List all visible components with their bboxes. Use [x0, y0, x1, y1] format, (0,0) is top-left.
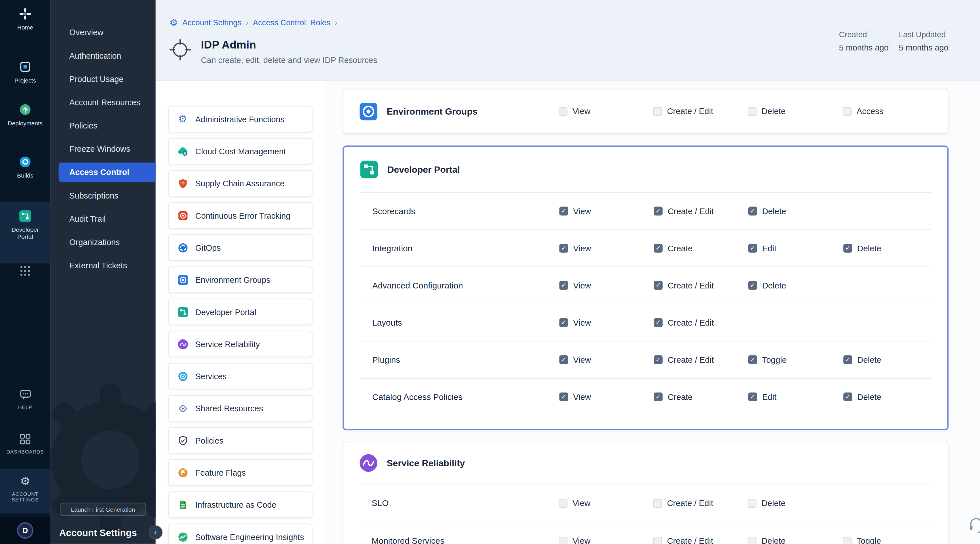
checkbox[interactable] [748, 281, 757, 290]
permission-view[interactable]: View [559, 392, 654, 402]
checkbox[interactable] [559, 318, 568, 327]
resource-item-administrative-functions[interactable]: ⚙ Administrative Functions [168, 106, 312, 132]
sidebar-item-freeze-windows[interactable]: Freeze Windows [51, 137, 156, 161]
checkbox[interactable] [843, 244, 852, 253]
checkbox[interactable] [653, 536, 662, 544]
resource-item-gitops[interactable]: GitOps [168, 234, 312, 261]
sidebar-item-audit-trail[interactable]: Audit Trail [51, 207, 156, 231]
checkbox[interactable] [559, 207, 568, 216]
resource-item-infrastructure-as-code[interactable]: Infrastructure as Code [168, 492, 312, 518]
user-avatar[interactable]: D [17, 522, 33, 539]
checkbox[interactable] [558, 536, 567, 544]
permission-edit[interactable]: Edit [748, 392, 843, 402]
checkbox[interactable] [843, 393, 852, 401]
breadcrumb-access-control-roles-link[interactable]: Access Control: Roles [253, 18, 330, 27]
permission-create-edit[interactable]: Create / Edit [654, 281, 748, 290]
resource-item-services[interactable]: Services [168, 363, 312, 389]
permission-delete[interactable]: Delete [748, 107, 843, 116]
resource-item-supply-chain-assurance[interactable]: Supply Chain Assurance [168, 170, 312, 197]
sidebar-item-access-control[interactable]: Access Control [59, 162, 156, 182]
checkbox[interactable] [559, 244, 568, 253]
resource-item-feature-flags[interactable]: Feature Flags [168, 459, 312, 485]
checkbox[interactable] [654, 393, 663, 401]
sidebar-item-authentication[interactable]: Authentication [51, 44, 156, 67]
resource-item-environment-groups[interactable]: Environment Groups [168, 267, 312, 293]
permission-delete[interactable]: Delete [843, 355, 947, 364]
permission-view[interactable]: View [559, 281, 654, 290]
permission-view[interactable]: View [559, 243, 654, 253]
support-headset-icon[interactable] [968, 517, 980, 536]
sidebar-item-organizations[interactable]: Organizations [51, 231, 156, 254]
permission-delete[interactable]: Delete [748, 536, 843, 544]
checkbox[interactable] [654, 207, 663, 216]
permission-create-edit[interactable]: Create / Edit [654, 206, 748, 216]
rail-item-account-settings[interactable]: ⚙ ACCOUNT SETTINGS [0, 469, 51, 514]
permission-create-edit[interactable]: Create / Edit [653, 107, 748, 116]
permission-create-edit[interactable]: Create / Edit [653, 536, 748, 544]
rail-item-modules[interactable] [0, 265, 51, 277]
checkbox[interactable] [748, 244, 757, 253]
sidebar-item-overview[interactable]: Overview [51, 21, 156, 44]
permission-view[interactable]: View [558, 107, 653, 116]
sidebar-item-policies[interactable]: Policies [51, 114, 156, 137]
permission-toggle[interactable]: Toggle [748, 355, 843, 364]
rail-item-deployments[interactable]: Deployments [0, 103, 51, 127]
checkbox[interactable] [748, 355, 757, 364]
checkbox[interactable] [559, 355, 568, 364]
resource-item-service-reliability[interactable]: Service Reliability [168, 331, 312, 357]
checkbox[interactable] [843, 355, 852, 364]
sidebar-item-subscriptions[interactable]: Subscriptions [51, 184, 156, 207]
permission-access[interactable]: Access [843, 107, 948, 116]
resource-item-policies[interactable]: Policies [168, 427, 312, 453]
permission-create[interactable]: Create [654, 243, 748, 253]
breadcrumb-account-settings-link[interactable]: Account Settings [182, 18, 241, 27]
checkbox[interactable] [559, 281, 568, 290]
permission-create-edit[interactable]: Create / Edit [654, 355, 748, 364]
rail-item-dashboards[interactable]: DASHBOARDS [0, 433, 51, 455]
permission-view[interactable]: View [559, 206, 654, 216]
checkbox[interactable] [748, 536, 757, 544]
checkbox[interactable] [748, 207, 757, 216]
permission-create[interactable]: Create [654, 392, 748, 402]
checkbox[interactable] [843, 107, 851, 115]
resource-item-continuous-error-tracking[interactable]: Continuous Error Tracking [168, 202, 312, 229]
permission-edit[interactable]: Edit [748, 243, 843, 253]
checkbox[interactable] [654, 355, 663, 364]
permission-create-edit[interactable]: Create / Edit [653, 498, 748, 508]
rail-item-home[interactable]: Home [0, 8, 51, 31]
checkbox[interactable] [748, 499, 757, 507]
rail-item-developer-portal[interactable]: Developer Portal [0, 202, 51, 264]
resource-item-developer-portal[interactable]: Developer Portal [168, 299, 312, 325]
checkbox[interactable] [559, 393, 568, 401]
permission-delete[interactable]: Delete [843, 243, 947, 253]
sidebar-item-external-tickets[interactable]: External Tickets [51, 254, 156, 277]
permission-delete[interactable]: Delete [748, 281, 843, 290]
rail-item-builds[interactable]: Builds [0, 156, 51, 179]
sidebar-item-product-usage[interactable]: Product Usage [51, 67, 156, 91]
permission-view[interactable]: View [559, 318, 654, 327]
resource-item-software-engineering-insights[interactable]: Software Engineering Insights [168, 523, 312, 544]
checkbox[interactable] [654, 318, 663, 327]
permission-toggle[interactable]: Toggle [843, 536, 948, 544]
checkbox[interactable] [654, 281, 663, 290]
checkbox[interactable] [654, 244, 663, 253]
checkbox[interactable] [558, 499, 567, 507]
permission-delete[interactable]: Delete [748, 498, 843, 508]
checkbox[interactable] [653, 107, 662, 115]
launch-first-generation-button[interactable]: Launch First Generation [60, 503, 146, 516]
resource-item-cloud-cost-management[interactable]: $ Cloud Cost Management [168, 138, 312, 164]
resource-item-shared-resources[interactable]: Shared Resources [168, 395, 312, 422]
permission-delete[interactable]: Delete [843, 392, 947, 402]
permission-delete[interactable]: Delete [748, 206, 843, 216]
sidebar-collapse-button[interactable] [149, 525, 162, 539]
rail-item-projects[interactable]: Projects [0, 60, 51, 84]
checkbox[interactable] [653, 499, 662, 507]
checkbox[interactable] [748, 393, 757, 401]
sidebar-item-account-resources[interactable]: Account Resources [51, 91, 156, 114]
permission-view[interactable]: View [558, 536, 653, 544]
permission-create-edit[interactable]: Create / Edit [654, 318, 748, 327]
checkbox[interactable] [843, 536, 851, 544]
permission-view[interactable]: View [558, 498, 653, 508]
checkbox[interactable] [748, 107, 757, 115]
permission-view[interactable]: View [559, 355, 654, 364]
